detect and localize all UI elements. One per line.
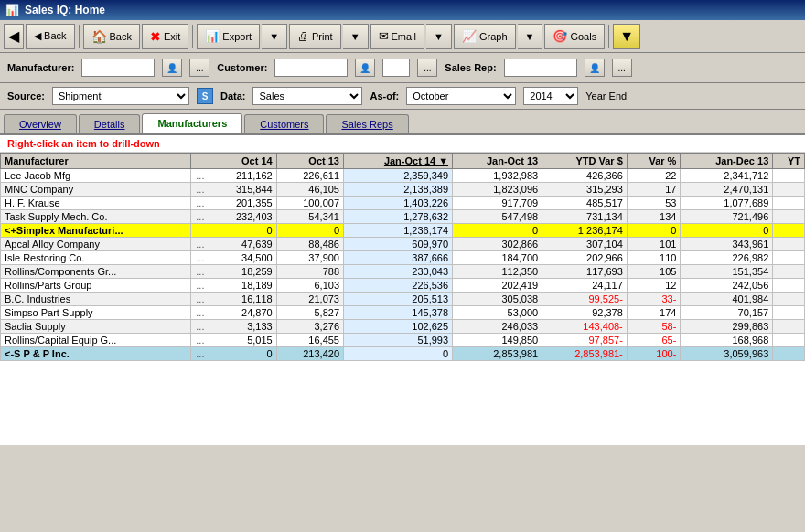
back-button[interactable]: ◀ Back bbox=[26, 24, 75, 49]
cell-jan-dec13: 70,157 bbox=[681, 306, 773, 320]
toolbar: ◀ ◀ Back 🏠 Back ✖ Exit 📊 Export ▼ 🖨 Prin… bbox=[0, 20, 805, 53]
cell-jan-oct14: 2,359,349 bbox=[344, 169, 453, 183]
table-row[interactable]: Rollins/Capital Equip G... ... 5,015 16,… bbox=[1, 334, 805, 347]
cell-oct14: 0 bbox=[209, 224, 276, 238]
export-button[interactable]: 📊 Export bbox=[197, 24, 260, 49]
cell-dots: ... bbox=[191, 265, 209, 279]
cell-dots: ... bbox=[191, 334, 209, 347]
sales-rep-search-btn[interactable]: 👤 bbox=[585, 59, 605, 77]
filter-icon-button[interactable]: ▼ bbox=[613, 24, 640, 49]
cell-oct13: 3,276 bbox=[276, 320, 343, 334]
cell-dots bbox=[191, 224, 209, 238]
col-oct14[interactable]: Oct 14 bbox=[209, 154, 276, 169]
cell-var-pct: 58- bbox=[627, 320, 681, 334]
cell-oct13: 21,073 bbox=[276, 293, 343, 306]
cell-jan-oct13: 547,498 bbox=[453, 210, 542, 224]
cell-oct14: 315,844 bbox=[209, 183, 276, 197]
manufacturer-search-btn[interactable]: 👤 bbox=[162, 59, 182, 77]
sales-rep-input[interactable] bbox=[504, 59, 577, 77]
col-yt[interactable]: YT bbox=[773, 154, 805, 169]
exit-button[interactable]: ✖ Exit bbox=[142, 24, 188, 49]
col-oct13[interactable]: Oct 13 bbox=[276, 154, 343, 169]
table-row[interactable]: Saclia Supply ... 3,133 3,276 102,625 24… bbox=[1, 320, 805, 334]
cell-jan-oct14: 2,138,389 bbox=[344, 183, 453, 197]
cell-oct13: 226,611 bbox=[276, 169, 343, 183]
as-of-select[interactable]: JanuaryFebruaryMarch AprilMayJune JulyAu… bbox=[406, 87, 516, 105]
table-row[interactable]: Rollins/Components Gr... ... 18,259 788 … bbox=[1, 265, 805, 279]
tab-manufacturers[interactable]: Manufacturers bbox=[142, 113, 242, 133]
table-row[interactable]: MNC Company ... 315,844 46,105 2,138,389… bbox=[1, 183, 805, 197]
cell-var-pct: 174 bbox=[627, 306, 681, 320]
email-button[interactable]: ✉ Email bbox=[370, 24, 425, 49]
cell-jan-oct14: 145,378 bbox=[344, 306, 453, 320]
table-row[interactable]: Isle Restoring Co. ... 34,500 37,900 387… bbox=[1, 251, 805, 265]
cell-oct14: 201,355 bbox=[209, 197, 276, 210]
email-dropdown[interactable]: ▼ bbox=[426, 24, 452, 49]
col-jan-dec13[interactable]: Jan-Dec 13 bbox=[681, 154, 773, 169]
cell-manufacturer: <+Simplex Manufacturi... bbox=[1, 224, 191, 238]
export-dropdown[interactable]: ▼ bbox=[262, 24, 287, 49]
customer-dots-btn[interactable]: ... bbox=[417, 59, 437, 77]
year-select[interactable]: 2012201320142015 bbox=[523, 87, 578, 105]
sales-rep-dots-btn[interactable]: ... bbox=[612, 59, 632, 77]
table-row[interactable]: B.C. Industries ... 16,118 21,073 205,51… bbox=[1, 293, 805, 306]
table-row[interactable]: Apcal Alloy Company ... 47,639 88,486 60… bbox=[1, 238, 805, 251]
source-label: Source: bbox=[7, 90, 45, 101]
col-manufacturer[interactable]: Manufacturer bbox=[1, 154, 191, 169]
table-row[interactable]: Simpso Part Supply ... 24,870 5,827 145,… bbox=[1, 306, 805, 320]
graph-dropdown[interactable]: ▼ bbox=[518, 24, 543, 49]
data-select[interactable]: Sales Cost Margin bbox=[252, 87, 362, 105]
col-jan-oct13[interactable]: Jan-Oct 13 bbox=[453, 154, 542, 169]
print-button[interactable]: 🖨 Print bbox=[289, 24, 341, 49]
col-ytd-var[interactable]: YTD Var $ bbox=[542, 154, 628, 169]
print-dropdown[interactable]: ▼ bbox=[343, 24, 369, 49]
tab-details[interactable]: Details bbox=[79, 114, 141, 133]
table-row[interactable]: <-S P & P Inc. ... 0 213,420 0 2,853,981… bbox=[1, 347, 805, 361]
manufacturer-dots-btn[interactable]: ... bbox=[189, 59, 209, 77]
tabs-container: Overview Details Manufacturers Customers… bbox=[0, 110, 805, 135]
table-row[interactable]: Rollins/Parts Group ... 18,189 6,103 226… bbox=[1, 279, 805, 293]
customer-label: Customer: bbox=[217, 62, 267, 73]
cell-jan-dec13: 226,982 bbox=[681, 251, 773, 265]
graph-button[interactable]: 📈 Graph bbox=[454, 24, 516, 49]
cell-jan-oct14: 387,666 bbox=[344, 251, 453, 265]
customer-code-input[interactable] bbox=[382, 59, 410, 77]
home-button[interactable]: 🏠 Back bbox=[83, 24, 140, 49]
tab-overview[interactable]: Overview bbox=[4, 114, 77, 133]
table-row[interactable]: Task Supply Mech. Co. ... 232,403 54,341… bbox=[1, 210, 805, 224]
cell-jan-oct14: 1,278,632 bbox=[344, 210, 453, 224]
cell-ytd-var: 307,104 bbox=[542, 238, 628, 251]
cell-yt bbox=[773, 279, 805, 293]
cell-jan-dec13: 168,968 bbox=[681, 334, 773, 347]
customer-input[interactable] bbox=[274, 59, 348, 77]
cell-ytd-var: 99,525- bbox=[542, 293, 628, 306]
table-row[interactable]: <+Simplex Manufacturi... 0 0 1,236,174 0… bbox=[1, 224, 805, 238]
manufacturer-label: Manufacturer: bbox=[7, 62, 74, 73]
cell-jan-oct13: 1,823,096 bbox=[453, 183, 542, 197]
cell-dots: ... bbox=[191, 279, 209, 293]
cell-ytd-var: 731,134 bbox=[542, 210, 628, 224]
customer-search-btn[interactable]: 👤 bbox=[355, 59, 375, 77]
back-nav-button[interactable]: ◀ bbox=[4, 24, 24, 49]
tab-sales-reps[interactable]: Sales Reps bbox=[326, 114, 408, 133]
cell-yt bbox=[773, 224, 805, 238]
cell-yt bbox=[773, 251, 805, 265]
cell-yt bbox=[773, 183, 805, 197]
col-jan-oct14[interactable]: Jan-Oct 14 ▼ bbox=[344, 154, 453, 169]
cell-jan-oct13: 246,033 bbox=[453, 320, 542, 334]
s-button[interactable]: S bbox=[197, 88, 213, 104]
table-row[interactable]: H. F. Krause ... 201,355 100,007 1,403,2… bbox=[1, 197, 805, 210]
cell-jan-oct13: 302,866 bbox=[453, 238, 542, 251]
col-var-pct[interactable]: Var % bbox=[627, 154, 681, 169]
table-row[interactable]: Lee Jacob Mfg ... 211,162 226,611 2,359,… bbox=[1, 169, 805, 183]
cell-jan-oct13: 53,000 bbox=[453, 306, 542, 320]
cell-jan-dec13: 2,470,131 bbox=[681, 183, 773, 197]
cell-ytd-var: 1,236,174 bbox=[542, 224, 628, 238]
source-select[interactable]: Shipment Orders Invoices bbox=[52, 87, 189, 105]
tab-customers[interactable]: Customers bbox=[244, 114, 324, 133]
cell-manufacturer: MNC Company bbox=[1, 183, 191, 197]
cell-yt bbox=[773, 169, 805, 183]
goals-button[interactable]: 🎯 Goals bbox=[544, 24, 605, 49]
manufacturer-input[interactable] bbox=[81, 59, 155, 77]
cell-ytd-var: 24,117 bbox=[542, 279, 628, 293]
